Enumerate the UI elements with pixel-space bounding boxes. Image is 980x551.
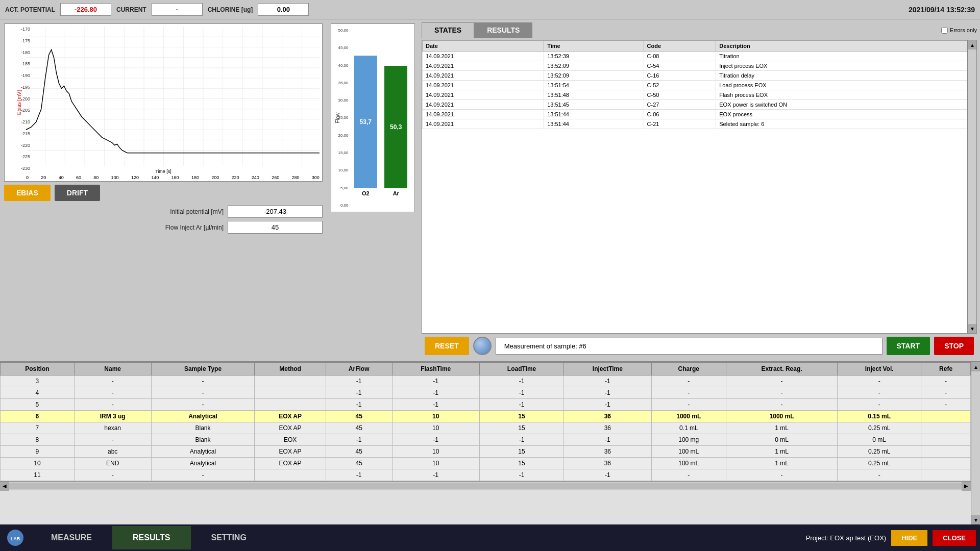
hide-button[interactable]: HIDE xyxy=(891,530,927,546)
data-table-row: 7hexanBlankEOX AP451015360.1 mL1 mL0.25 … xyxy=(1,422,971,434)
scroll-down-btn[interactable]: ▼ xyxy=(968,324,977,333)
states-table-row: 14.09.202113:51:54C-52Load process EOX xyxy=(423,81,976,90)
drift-button[interactable]: DRIFT xyxy=(55,185,100,201)
current-value: - xyxy=(152,3,203,16)
middle-section: -170 -175 -180 -185 -190 -195 -200 -205 … xyxy=(0,19,980,361)
errors-only-label: Errors only xyxy=(950,27,977,33)
o2-label: O2 xyxy=(362,190,370,196)
data-col-header: Inject Vol. xyxy=(838,363,921,375)
initial-potential-input[interactable] xyxy=(228,205,323,218)
data-col-header: Method xyxy=(255,363,326,375)
ebias-button[interactable]: EBIAS xyxy=(4,185,51,201)
bottom-table-wrapper: PositionNameSample TypeMethodArFlowFlash… xyxy=(0,362,980,524)
stop-button[interactable]: STOP xyxy=(934,337,974,355)
data-col-header: Position xyxy=(1,363,75,375)
h-scroll-track[interactable] xyxy=(9,483,962,489)
project-label: Project: EOX ap test (EOX) xyxy=(806,534,887,542)
current-label: CURRENT xyxy=(116,6,146,13)
x-axis: 0 20 40 60 80 100 120 140 160 180 200 22… xyxy=(26,175,320,180)
y-axis-label: Ebias [mV] xyxy=(16,90,22,115)
data-table-row: 11---1-1-1-1--- xyxy=(1,469,971,481)
states-table: Date Time Code Description 14.09.202113:… xyxy=(422,40,976,129)
data-table-scrollbar[interactable]: ▲ ▼ xyxy=(971,362,980,524)
act-potential-label: ACT. POTENTIAL xyxy=(5,6,55,13)
col-time: Time xyxy=(544,41,644,52)
tab-states[interactable]: STATES xyxy=(422,22,474,38)
states-table-row: 14.09.202113:51:44C-21Seleted sample: 6 xyxy=(423,119,976,129)
act-potential-value: -226.80 xyxy=(60,3,111,16)
initial-potential-label: Initial potential [mV] xyxy=(170,208,224,215)
measurement-field: Measurement of sample: #6 xyxy=(496,338,883,355)
nav-right: Project: EOX ap test (EOX) HIDE CLOSE xyxy=(806,530,980,546)
data-scroll-down-btn[interactable]: ▼ xyxy=(971,515,980,524)
states-table-row: 14.09.202113:51:45C-27EOX power is switc… xyxy=(423,100,976,110)
logo-area: LAB xyxy=(0,524,31,551)
svg-text:LAB: LAB xyxy=(11,536,20,541)
scroll-up-btn[interactable]: ▲ xyxy=(968,40,977,49)
data-table: PositionNameSample TypeMethodArFlowFlash… xyxy=(0,362,971,481)
states-table-row: 14.09.202113:52:09C-16Titration delay xyxy=(423,71,976,81)
data-table-row: 10ENDAnalyticalEOX AP45101536100 mL1 mL0… xyxy=(1,458,971,469)
states-table-row: 14.09.202113:52:39C-08Titration xyxy=(423,52,976,61)
states-tabs: STATES RESULTS Errors only xyxy=(422,22,977,38)
states-table-row: 14.09.202113:51:48C-50Flash process EOX xyxy=(423,90,976,100)
o2-bar: 53,7 xyxy=(354,56,377,188)
close-button[interactable]: CLOSE xyxy=(933,530,976,546)
col-description: Description xyxy=(716,41,976,52)
data-col-header: ArFlow xyxy=(326,363,392,375)
initial-potential-row: Initial potential [mV] xyxy=(4,205,323,218)
status-indicator xyxy=(473,337,492,355)
data-table-row: 3---1-1-1-1---- xyxy=(1,375,971,387)
reset-button[interactable]: RESET xyxy=(425,337,469,355)
chlorine-value: 0.00 xyxy=(258,3,309,16)
flow-inject-label: Flow Inject Ar [µl/min] xyxy=(165,224,224,231)
data-scroll-up-btn[interactable]: ▲ xyxy=(971,362,980,371)
ar-bar: 50,3 xyxy=(384,66,407,188)
data-table-container: PositionNameSample TypeMethodArFlowFlash… xyxy=(0,362,971,524)
data-table-row: 9abcAnalyticalEOX AP45101536100 mL1 mL0.… xyxy=(1,446,971,458)
states-table-row: 14.09.202113:52:09C-54Inject process EOX xyxy=(423,61,976,71)
chart-line xyxy=(26,50,320,153)
chart-area: -170 -175 -180 -185 -190 -195 -200 -205 … xyxy=(0,19,327,361)
states-scrollbar[interactable]: ▲ ▼ xyxy=(967,40,976,333)
tab-measure[interactable]: MEASURE xyxy=(31,526,112,549)
data-col-header: FlashTime xyxy=(392,363,479,375)
data-col-header: Extract. Reag. xyxy=(726,363,837,375)
data-col-header: Sample Type xyxy=(151,363,255,375)
data-col-header: InjectTime xyxy=(564,363,651,375)
data-col-header: LoadTime xyxy=(479,363,564,375)
states-panel: STATES RESULTS Errors only Date Time Cod… xyxy=(419,19,980,361)
errors-only-container: Errors only xyxy=(941,22,977,38)
flow-label: Flow xyxy=(335,112,340,123)
errors-only-checkbox[interactable] xyxy=(941,27,948,34)
col-code: Code xyxy=(644,41,716,52)
start-button[interactable]: START xyxy=(887,337,930,355)
data-table-row: 4---1-1-1-1---- xyxy=(1,387,971,399)
h-scroll-right-btn[interactable]: ▶ xyxy=(962,482,971,491)
flow-inject-row: Flow Inject Ar [µl/min] xyxy=(4,221,323,234)
chart-container: -170 -175 -180 -185 -190 -195 -200 -205 … xyxy=(4,23,323,182)
control-row: RESET Measurement of sample: #6 START ST… xyxy=(422,334,977,358)
tab-setting[interactable]: SETTING xyxy=(191,526,267,549)
chart-svg xyxy=(26,27,320,166)
potential-fields: Initial potential [mV] Flow Inject Ar [µ… xyxy=(4,205,323,234)
datetime: 2021/09/14 13:52:39 xyxy=(909,6,975,14)
logo-icon: LAB xyxy=(6,529,24,547)
ar-label: Ar xyxy=(393,190,399,196)
col-date: Date xyxy=(423,41,544,52)
chart-buttons: EBIAS DRIFT xyxy=(4,185,323,201)
x-axis-label: Time [s] xyxy=(155,169,172,174)
o2-bar-wrapper: 53,7 O2 xyxy=(354,56,377,196)
h-scroll-left-btn[interactable]: ◀ xyxy=(0,482,9,491)
bar-chart-container: 50,00 45,00 40,00 35,00 30,00 25,00 20,0… xyxy=(331,23,415,212)
nav-tabs: MEASURE RESULTS SETTING xyxy=(31,526,806,549)
tab-results[interactable]: RESULTS xyxy=(112,526,190,549)
top-bar: ACT. POTENTIAL -226.80 CURRENT - CHLORIN… xyxy=(0,0,980,19)
flow-inject-input[interactable] xyxy=(228,221,323,234)
h-scrollbar[interactable]: ◀ ▶ xyxy=(0,481,971,490)
ar-bar-wrapper: 50,3 Ar xyxy=(384,66,407,196)
states-table-row: 14.09.202113:51:44C-06EOX process xyxy=(423,110,976,119)
bars-container: 53,7 O2 50,3 Ar xyxy=(350,24,414,212)
tab-results[interactable]: RESULTS xyxy=(474,22,532,38)
data-table-row: 6IRM 3 ugAnalyticalEOX AP451015361000 mL… xyxy=(1,411,971,422)
